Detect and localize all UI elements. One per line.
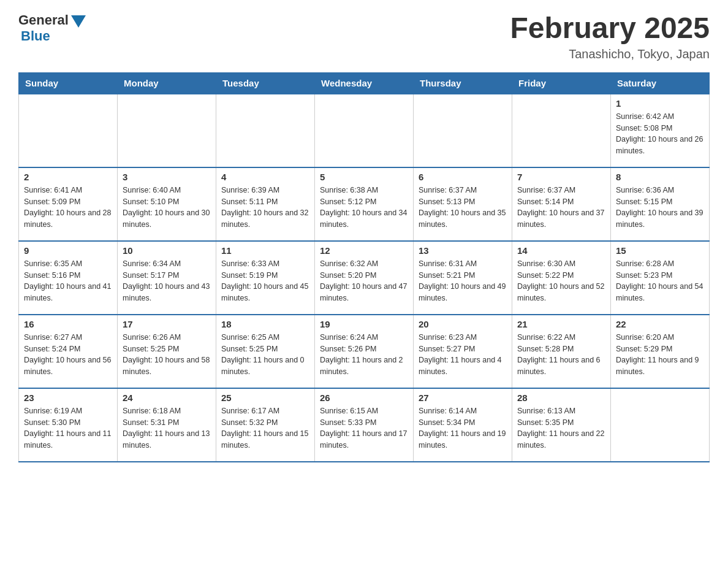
day-number: 9 — [24, 245, 112, 256]
calendar-cell: 8Sunrise: 6:36 AMSunset: 5:15 PMDaylight… — [611, 167, 710, 241]
day-info: Sunrise: 6:35 AMSunset: 5:16 PMDaylight:… — [24, 258, 112, 304]
day-info: Sunrise: 6:19 AMSunset: 5:30 PMDaylight:… — [24, 405, 112, 451]
day-number: 26 — [320, 393, 408, 403]
day-info: Sunrise: 6:18 AMSunset: 5:31 PMDaylight:… — [123, 405, 211, 451]
calendar-cell: 17Sunrise: 6:26 AMSunset: 5:25 PMDayligh… — [118, 315, 216, 388]
day-info: Sunrise: 6:25 AMSunset: 5:25 PMDaylight:… — [221, 332, 309, 378]
calendar-week-row: 23Sunrise: 6:19 AMSunset: 5:30 PMDayligh… — [19, 388, 710, 462]
day-number: 10 — [123, 245, 211, 256]
day-info: Sunrise: 6:36 AMSunset: 5:15 PMDaylight:… — [616, 185, 704, 231]
calendar-cell: 28Sunrise: 6:13 AMSunset: 5:35 PMDayligh… — [512, 388, 611, 462]
calendar-cell: 26Sunrise: 6:15 AMSunset: 5:33 PMDayligh… — [315, 388, 414, 462]
day-info: Sunrise: 6:37 AMSunset: 5:14 PMDaylight:… — [517, 185, 605, 231]
day-number: 24 — [123, 393, 211, 403]
calendar-cell: 16Sunrise: 6:27 AMSunset: 5:24 PMDayligh… — [19, 315, 118, 388]
calendar-cell — [216, 94, 315, 167]
logo-general-text: General — [18, 12, 69, 28]
day-of-week-header: Thursday — [414, 72, 512, 94]
day-info: Sunrise: 6:31 AMSunset: 5:21 PMDaylight:… — [419, 258, 507, 304]
calendar-cell: 22Sunrise: 6:20 AMSunset: 5:29 PMDayligh… — [611, 315, 710, 388]
day-number: 1 — [616, 98, 704, 109]
page-header: General Blue February 2025 Tanashicho, T… — [18, 12, 710, 61]
calendar-cell: 12Sunrise: 6:32 AMSunset: 5:20 PMDayligh… — [315, 241, 414, 315]
calendar-cell: 15Sunrise: 6:28 AMSunset: 5:23 PMDayligh… — [611, 241, 710, 315]
calendar-cell: 20Sunrise: 6:23 AMSunset: 5:27 PMDayligh… — [414, 315, 512, 388]
day-number: 14 — [517, 245, 605, 256]
calendar-cell: 14Sunrise: 6:30 AMSunset: 5:22 PMDayligh… — [512, 241, 611, 315]
day-number: 7 — [517, 172, 605, 182]
day-number: 4 — [221, 172, 309, 182]
calendar-cell — [512, 94, 611, 167]
calendar-cell: 18Sunrise: 6:25 AMSunset: 5:25 PMDayligh… — [216, 315, 315, 388]
day-info: Sunrise: 6:42 AMSunset: 5:08 PMDaylight:… — [616, 111, 704, 157]
logo-triangle-icon — [71, 15, 86, 28]
calendar-cell: 23Sunrise: 6:19 AMSunset: 5:30 PMDayligh… — [19, 388, 118, 462]
day-number: 17 — [123, 319, 211, 329]
day-info: Sunrise: 6:15 AMSunset: 5:33 PMDaylight:… — [320, 405, 408, 451]
calendar-cell: 10Sunrise: 6:34 AMSunset: 5:17 PMDayligh… — [118, 241, 216, 315]
calendar-cell: 13Sunrise: 6:31 AMSunset: 5:21 PMDayligh… — [414, 241, 512, 315]
calendar-cell: 11Sunrise: 6:33 AMSunset: 5:19 PMDayligh… — [216, 241, 315, 315]
logo: General Blue — [18, 12, 86, 44]
calendar-cell: 27Sunrise: 6:14 AMSunset: 5:34 PMDayligh… — [414, 388, 512, 462]
day-number: 5 — [320, 172, 408, 182]
day-info: Sunrise: 6:37 AMSunset: 5:13 PMDaylight:… — [419, 185, 507, 231]
logo-blue-text: Blue — [21, 28, 50, 44]
day-info: Sunrise: 6:14 AMSunset: 5:34 PMDaylight:… — [419, 405, 507, 451]
day-info: Sunrise: 6:34 AMSunset: 5:17 PMDaylight:… — [123, 258, 211, 304]
day-info: Sunrise: 6:40 AMSunset: 5:10 PMDaylight:… — [123, 185, 211, 231]
calendar-week-row: 2Sunrise: 6:41 AMSunset: 5:09 PMDaylight… — [19, 167, 710, 241]
day-info: Sunrise: 6:24 AMSunset: 5:26 PMDaylight:… — [320, 332, 408, 378]
calendar-cell — [611, 388, 710, 462]
day-info: Sunrise: 6:32 AMSunset: 5:20 PMDaylight:… — [320, 258, 408, 304]
day-info: Sunrise: 6:20 AMSunset: 5:29 PMDaylight:… — [616, 332, 704, 378]
day-number: 6 — [419, 172, 507, 182]
day-info: Sunrise: 6:22 AMSunset: 5:28 PMDaylight:… — [517, 332, 605, 378]
day-info: Sunrise: 6:23 AMSunset: 5:27 PMDaylight:… — [419, 332, 507, 378]
day-info: Sunrise: 6:17 AMSunset: 5:32 PMDaylight:… — [221, 405, 309, 451]
day-info: Sunrise: 6:33 AMSunset: 5:19 PMDaylight:… — [221, 258, 309, 304]
day-info: Sunrise: 6:30 AMSunset: 5:22 PMDaylight:… — [517, 258, 605, 304]
day-number: 22 — [616, 319, 704, 329]
day-info: Sunrise: 6:13 AMSunset: 5:35 PMDaylight:… — [517, 405, 605, 451]
day-number: 2 — [24, 172, 112, 182]
calendar-cell: 5Sunrise: 6:38 AMSunset: 5:12 PMDaylight… — [315, 167, 414, 241]
calendar-cell — [118, 94, 216, 167]
day-number: 3 — [123, 172, 211, 182]
day-info: Sunrise: 6:26 AMSunset: 5:25 PMDaylight:… — [123, 332, 211, 378]
calendar-header-row: SundayMondayTuesdayWednesdayThursdayFrid… — [19, 72, 710, 94]
day-of-week-header: Monday — [118, 72, 216, 94]
month-title: February 2025 — [510, 12, 710, 45]
day-of-week-header: Tuesday — [216, 72, 315, 94]
day-of-week-header: Friday — [512, 72, 611, 94]
day-number: 23 — [24, 393, 112, 403]
day-info: Sunrise: 6:27 AMSunset: 5:24 PMDaylight:… — [24, 332, 112, 378]
day-number: 16 — [24, 319, 112, 329]
day-number: 27 — [419, 393, 507, 403]
day-number: 13 — [419, 245, 507, 256]
day-of-week-header: Saturday — [611, 72, 710, 94]
calendar-cell: 19Sunrise: 6:24 AMSunset: 5:26 PMDayligh… — [315, 315, 414, 388]
day-of-week-header: Sunday — [19, 72, 118, 94]
calendar-table: SundayMondayTuesdayWednesdayThursdayFrid… — [18, 72, 710, 462]
calendar-cell: 6Sunrise: 6:37 AMSunset: 5:13 PMDaylight… — [414, 167, 512, 241]
day-number: 19 — [320, 319, 408, 329]
calendar-week-row: 16Sunrise: 6:27 AMSunset: 5:24 PMDayligh… — [19, 315, 710, 388]
calendar-cell: 9Sunrise: 6:35 AMSunset: 5:16 PMDaylight… — [19, 241, 118, 315]
calendar-cell: 24Sunrise: 6:18 AMSunset: 5:31 PMDayligh… — [118, 388, 216, 462]
calendar-cell: 25Sunrise: 6:17 AMSunset: 5:32 PMDayligh… — [216, 388, 315, 462]
day-number: 25 — [221, 393, 309, 403]
calendar-week-row: 9Sunrise: 6:35 AMSunset: 5:16 PMDaylight… — [19, 241, 710, 315]
day-number: 20 — [419, 319, 507, 329]
calendar-cell: 21Sunrise: 6:22 AMSunset: 5:28 PMDayligh… — [512, 315, 611, 388]
title-section: February 2025 Tanashicho, Tokyo, Japan — [510, 12, 710, 61]
calendar-cell: 2Sunrise: 6:41 AMSunset: 5:09 PMDaylight… — [19, 167, 118, 241]
day-of-week-header: Wednesday — [315, 72, 414, 94]
day-number: 12 — [320, 245, 408, 256]
calendar-cell: 1Sunrise: 6:42 AMSunset: 5:08 PMDaylight… — [611, 94, 710, 167]
day-info: Sunrise: 6:38 AMSunset: 5:12 PMDaylight:… — [320, 185, 408, 231]
location-text: Tanashicho, Tokyo, Japan — [510, 47, 710, 61]
day-info: Sunrise: 6:41 AMSunset: 5:09 PMDaylight:… — [24, 185, 112, 231]
calendar-cell — [315, 94, 414, 167]
calendar-week-row: 1Sunrise: 6:42 AMSunset: 5:08 PMDaylight… — [19, 94, 710, 167]
